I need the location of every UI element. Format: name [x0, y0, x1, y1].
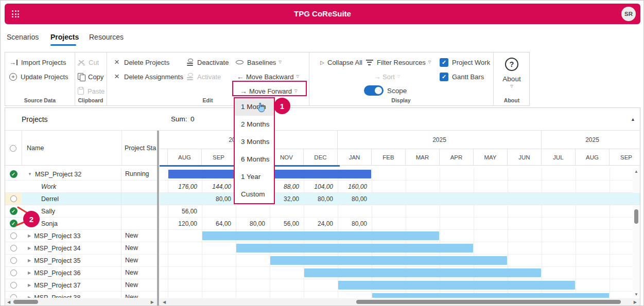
paste-button[interactable]: Paste [78, 84, 105, 98]
left-scrollbar-thumb[interactable] [13, 300, 38, 304]
scroll-right-icon[interactable]: ▶ [634, 300, 637, 304]
scroll-left-icon[interactable]: ◀ [7, 300, 10, 304]
filter-resources-button[interactable]: Filter Resources ▽ [365, 56, 431, 69]
row-name-cell[interactable]: ▶MSP_Project 33 [22, 230, 121, 242]
collapse-row-icon[interactable]: ▼ [28, 172, 32, 176]
radio-circle-icon[interactable] [10, 257, 17, 264]
table-row[interactable]: Derrel [5, 193, 157, 205]
gantt-bar-light[interactable] [236, 244, 473, 253]
delete-projects-button[interactable]: Delete Projects [113, 56, 169, 69]
scope-toggle[interactable]: Scope [364, 84, 407, 97]
expand-row-icon[interactable]: ▶ [28, 295, 31, 298]
table-row[interactable]: ▼MSP_Project 32Running [5, 168, 157, 181]
check-circle-icon[interactable] [10, 207, 18, 215]
gantt-scrollbar-thumb[interactable] [356, 300, 621, 304]
move-backward-button[interactable]: ← Move Backward ▽ [236, 70, 299, 83]
table-row[interactable]: ▶MSP_Project 38New [5, 292, 157, 298]
vertical-scrollbar[interactable]: ▲ ▼ [633, 168, 640, 298]
gantt-horizontal-scrollbar[interactable]: ◀ ▶ [160, 298, 640, 305]
select-all-radio[interactable] [10, 145, 16, 152]
checkbox-checked-icon[interactable] [440, 73, 448, 81]
gantt-row[interactable] [160, 230, 640, 242]
gantt-row[interactable] [160, 279, 640, 292]
gantt-bar-light[interactable] [304, 268, 541, 277]
checkbox-checked-icon[interactable] [440, 58, 448, 67]
gantt-row[interactable] [160, 168, 640, 181]
row-name-cell[interactable]: Derrel [22, 193, 121, 205]
table-row[interactable]: Work [5, 181, 157, 193]
table-row[interactable]: ▶MSP_Project 35New [5, 255, 157, 267]
baselines-button[interactable]: Baselines ▽ [236, 56, 282, 69]
gantt-row[interactable] [160, 267, 640, 279]
radio-circle-icon[interactable] [10, 232, 17, 239]
row-select-cell[interactable] [5, 181, 22, 192]
row-select-cell[interactable] [5, 193, 22, 205]
check-circle-icon[interactable] [10, 220, 18, 227]
update-projects-button[interactable]: Update Projects [9, 70, 68, 83]
expand-row-icon[interactable]: ▶ [28, 258, 31, 263]
radio-circle-icon[interactable] [10, 195, 17, 202]
expand-row-icon[interactable]: ▶ [28, 246, 31, 250]
gantt-row[interactable]: 176,00144,0088,00104,00160,00 [160, 181, 640, 193]
expand-row-icon[interactable]: ▶ [28, 271, 31, 275]
project-work-checkbox[interactable]: Project Work [440, 56, 490, 69]
about-button-label[interactable]: About [493, 75, 530, 83]
menu-item-1-year[interactable]: 1 Year [235, 168, 274, 186]
gantt-bar-light[interactable] [270, 256, 507, 265]
import-projects-button[interactable]: → Import Projects [9, 56, 66, 69]
row-select-cell[interactable] [5, 242, 22, 254]
row-name-cell[interactable]: Work [22, 181, 121, 192]
vertical-scrollbar-thumb[interactable] [634, 209, 638, 224]
menu-item-6-months[interactable]: 6 Months [235, 151, 274, 168]
gantt-row[interactable]: 120,0064,0080,0056,0024,0080,00 [160, 218, 640, 230]
user-avatar[interactable]: SR [621, 7, 636, 21]
tab-resources[interactable]: Resources [89, 30, 124, 44]
menu-item-custom[interactable]: Custom [235, 186, 274, 203]
gantt-row[interactable]: 56,00 [160, 205, 640, 218]
radio-circle-icon[interactable] [10, 269, 17, 276]
row-select-cell[interactable] [5, 292, 22, 298]
copy-button[interactable]: Copy [78, 70, 103, 83]
row-select-cell[interactable] [5, 218, 22, 229]
expand-row-icon[interactable]: ▶ [28, 233, 31, 238]
row-name-cell[interactable]: ▶MSP_Project 34 [22, 242, 121, 254]
check-circle-icon[interactable] [10, 170, 18, 178]
deactivate-button[interactable]: Deactivate [186, 56, 229, 69]
collapse-all-button[interactable]: ▷ Collapse All [318, 56, 362, 69]
table-row[interactable]: ▶MSP_Project 34New [5, 242, 157, 255]
table-row[interactable]: ▶MSP_Project 37New [5, 279, 157, 292]
status-column-header[interactable]: Project Sta [125, 131, 156, 166]
scroll-down-icon[interactable]: ▼ [634, 292, 638, 297]
sort-button[interactable]: → Sort ▽ [373, 70, 400, 83]
pane-splitter-handle[interactable] [157, 131, 159, 305]
delete-assignments-button[interactable]: Delete Assignments [113, 70, 183, 83]
about-button[interactable] [505, 58, 518, 71]
radio-circle-icon[interactable] [10, 294, 17, 298]
table-row[interactable]: ▶MSP_Project 33New [5, 230, 157, 242]
name-column-header[interactable]: Name [27, 131, 44, 166]
gantt-bar-light[interactable] [372, 293, 609, 298]
menu-item-3-months[interactable]: 3 Months [235, 133, 274, 151]
tab-scenarios[interactable]: Scenarios [7, 30, 39, 44]
row-name-cell[interactable]: ▼MSP_Project 32 [22, 168, 121, 180]
gantt-row[interactable] [160, 255, 640, 267]
tab-projects[interactable]: Projects [50, 30, 79, 44]
radio-circle-icon[interactable] [10, 245, 17, 251]
radio-circle-icon[interactable] [10, 282, 17, 289]
gantt-row[interactable] [160, 292, 640, 298]
gantt-bar-light[interactable] [202, 231, 439, 240]
row-select-cell[interactable] [5, 168, 22, 180]
row-name-cell[interactable]: ▶MSP_Project 36 [22, 267, 121, 279]
scroll-right-icon[interactable]: ▶ [151, 300, 154, 304]
gantt-row[interactable]: 80,0032,0080,0080,00 [160, 193, 640, 205]
row-name-cell[interactable]: ▶MSP_Project 37 [22, 279, 121, 291]
activate-button[interactable]: Activate [186, 70, 221, 83]
toggle-on-icon[interactable] [364, 85, 384, 96]
row-select-cell[interactable] [5, 205, 22, 217]
scroll-left-icon[interactable]: ◀ [163, 300, 166, 304]
gantt-bar-light[interactable] [338, 281, 575, 290]
expand-row-icon[interactable]: ▶ [28, 283, 31, 287]
left-horizontal-scrollbar[interactable]: ◀ ▶ [5, 298, 157, 305]
move-forward-button[interactable]: → Move Forward ▽ [239, 84, 297, 98]
scroll-up-icon[interactable]: ▲ [634, 169, 638, 174]
